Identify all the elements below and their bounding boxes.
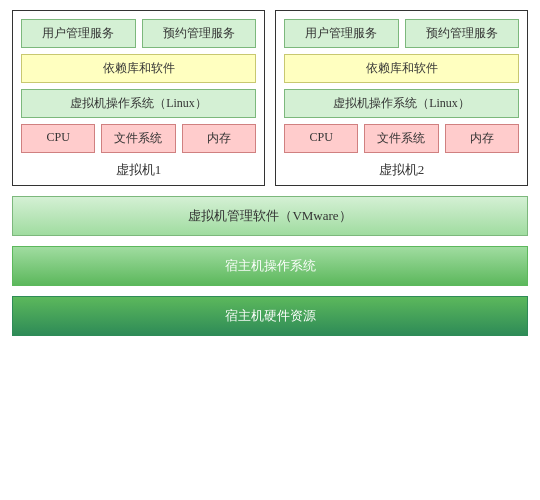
diagram-container: 用户管理服务 预约管理服务 依赖库和软件 虚拟机操作系统（Linux） CPU … xyxy=(0,0,540,500)
vm1-services-row: 用户管理服务 预约管理服务 xyxy=(21,19,256,48)
vm1-title: 虚拟机1 xyxy=(21,161,256,179)
vm2-box: 用户管理服务 预约管理服务 依赖库和软件 虚拟机操作系统（Linux） CPU … xyxy=(275,10,528,186)
vm1-dependencies: 依赖库和软件 xyxy=(21,54,256,83)
vm2-service-1: 用户管理服务 xyxy=(284,19,399,48)
vm2-resources-row: CPU 文件系统 内存 xyxy=(284,124,519,153)
vm2-dependencies: 依赖库和软件 xyxy=(284,54,519,83)
vm1-filesystem: 文件系统 xyxy=(101,124,175,153)
vm2-cpu: CPU xyxy=(284,124,358,153)
vmware-layer: 虚拟机管理软件（VMware） xyxy=(12,196,528,236)
vm2-service-2: 预约管理服务 xyxy=(405,19,520,48)
host-os-layer: 宿主机操作系统 xyxy=(12,246,528,286)
vms-row: 用户管理服务 预约管理服务 依赖库和软件 虚拟机操作系统（Linux） CPU … xyxy=(12,10,528,186)
vm1-os: 虚拟机操作系统（Linux） xyxy=(21,89,256,118)
vm1-memory: 内存 xyxy=(182,124,256,153)
vm1-resources-row: CPU 文件系统 内存 xyxy=(21,124,256,153)
vm2-memory: 内存 xyxy=(445,124,519,153)
vm2-os: 虚拟机操作系统（Linux） xyxy=(284,89,519,118)
vm2-services-row: 用户管理服务 预约管理服务 xyxy=(284,19,519,48)
vm2-title: 虚拟机2 xyxy=(284,161,519,179)
vm2-filesystem: 文件系统 xyxy=(364,124,438,153)
vm1-cpu: CPU xyxy=(21,124,95,153)
vm1-box: 用户管理服务 预约管理服务 依赖库和软件 虚拟机操作系统（Linux） CPU … xyxy=(12,10,265,186)
hardware-layer: 宿主机硬件资源 xyxy=(12,296,528,336)
vm1-service-1: 用户管理服务 xyxy=(21,19,136,48)
vm1-service-2: 预约管理服务 xyxy=(142,19,257,48)
